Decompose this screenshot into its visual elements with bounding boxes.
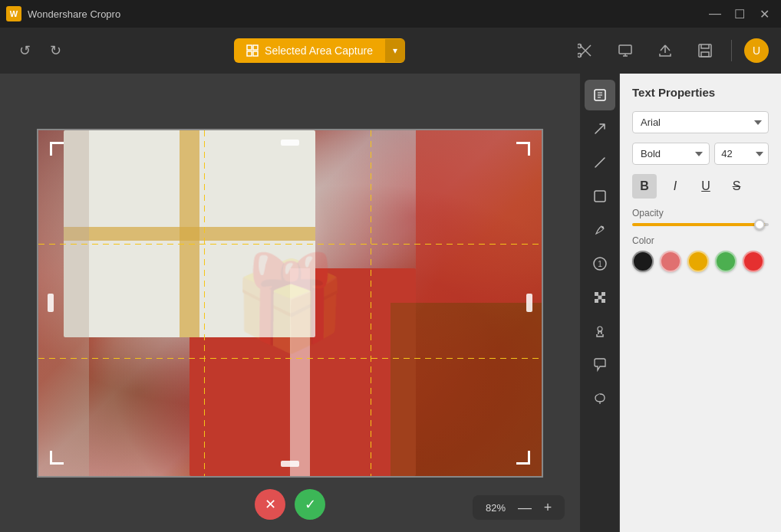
close-button[interactable]: ✕ [753,3,775,25]
font-size-selector[interactable]: 42 81012 141618 2432 486472 [714,143,769,165]
opacity-slider-row [632,223,769,226]
app-icon: W [6,6,21,21]
svg-rect-16 [595,299,598,303]
maximize-button[interactable]: ☐ [729,3,750,25]
app-name: Wondershare Cropro [28,8,120,20]
svg-rect-18 [598,296,601,300]
share-button[interactable] [651,37,679,64]
svg-rect-6 [619,45,631,54]
redo-button[interactable]: ↻ [43,38,68,63]
shape-icon [592,189,608,204]
titlebar-controls: — ☐ ✕ [704,3,775,25]
toolbar-right: U [572,37,769,64]
svg-point-19 [598,327,602,331]
svg-point-4 [578,54,582,57]
canvas-image [38,130,542,476]
cut-button[interactable] [572,37,599,64]
underline-button[interactable]: U [694,174,718,199]
canvas-area[interactable]: ✕ ✓ 82% — + [0,74,580,532]
font-row: Arial Times New Roman Helvetica Courier … [632,111,769,133]
capture-main-button[interactable]: Selected Area Capture [234,38,385,63]
format-buttons-row: B I U S [632,174,769,199]
font-selector[interactable]: Arial Times New Roman Helvetica Courier … [632,111,769,133]
text-properties-panel: Text Properties Arial Times New Roman He… [620,74,781,532]
opacity-slider[interactable] [632,223,769,226]
edit-tool-button[interactable] [585,80,615,110]
arrow-tool-button[interactable] [585,113,615,144]
pen-tool-button[interactable] [585,215,615,245]
main-toolbar: ↺ ↻ Selected Area Capture ▾ [0,28,781,74]
capture-icon [246,44,259,57]
zoom-out-button[interactable]: — [516,498,534,517]
svg-rect-15 [601,292,605,296]
svg-rect-10 [595,191,605,202]
save-button[interactable] [691,37,719,64]
font-style-selector[interactable]: Bold Regular Italic Bold Italic [632,143,710,165]
zoom-in-button[interactable]: + [539,498,557,517]
bubble-icon [592,357,608,373]
bold-button[interactable]: B [632,174,657,199]
svg-text:1: 1 [598,260,602,268]
capture-button-group[interactable]: Selected Area Capture ▾ [234,38,405,63]
mosaic-icon [592,290,608,305]
svg-rect-3 [253,51,258,56]
stamp-icon [592,323,608,339]
svg-rect-14 [595,292,598,296]
monitor-icon [618,43,633,58]
number-icon: 1 [592,256,608,271]
panel-title: Text Properties [632,86,769,99]
mosaic-tool-button[interactable] [585,282,615,313]
svg-rect-17 [601,299,605,303]
svg-rect-1 [253,45,258,50]
color-swatch-red[interactable] [743,251,764,272]
undo-button[interactable]: ↺ [12,38,37,63]
pen-icon [592,222,608,238]
lasso-tool-button[interactable] [585,383,615,414]
number-tool-button[interactable]: 1 [585,248,615,279]
arrow-icon [592,121,608,136]
monitor-button[interactable] [611,37,639,64]
style-size-row: Bold Regular Italic Bold Italic 42 81012… [632,143,769,165]
edit-icon [592,87,608,103]
shape-tool-button[interactable] [585,181,615,212]
line-tool-button[interactable] [585,147,615,178]
avatar[interactable]: U [744,38,769,63]
save-icon [697,43,713,58]
image-container [37,129,543,478]
line-icon [592,155,608,170]
svg-point-11 [601,226,604,228]
stamp-tool-button[interactable] [585,316,615,346]
share-icon [657,43,673,58]
color-swatch-yellow[interactable] [687,251,709,272]
color-swatch-black[interactable] [632,251,654,272]
color-swatches [632,251,769,272]
svg-line-9 [595,158,605,167]
color-label: Color [632,235,769,246]
toolbar-left: ↺ ↻ [12,38,68,63]
capture-label: Selected Area Capture [265,44,373,57]
opacity-label: Opacity [632,208,769,218]
confirm-button[interactable]: ✓ [295,489,325,520]
cut-icon [578,43,593,58]
opacity-section: Opacity [632,208,769,226]
side-toolbar: 1 [580,74,620,532]
svg-rect-0 [247,45,252,50]
zoom-level: 82% [480,502,511,514]
titlebar-left: W Wondershare Cropro [6,6,120,21]
bubble-tool-button[interactable] [585,350,615,380]
color-swatch-green[interactable] [715,251,737,272]
italic-button[interactable]: I [663,174,687,199]
titlebar: W Wondershare Cropro — ☐ ✕ [0,0,781,28]
lasso-icon [592,391,608,406]
capture-dropdown-arrow[interactable]: ▾ [385,39,405,62]
cancel-button[interactable]: ✕ [255,489,285,520]
zoom-controls: 82% — + [473,495,565,520]
main-content: ✕ ✓ 82% — + [0,74,781,532]
toolbar-divider [731,40,732,61]
minimize-button[interactable]: — [704,3,726,25]
svg-point-5 [578,44,582,48]
svg-rect-2 [247,51,252,56]
color-swatch-pink[interactable] [660,251,681,272]
color-section: Color [632,235,769,272]
strikethrough-button[interactable]: S [724,174,749,199]
